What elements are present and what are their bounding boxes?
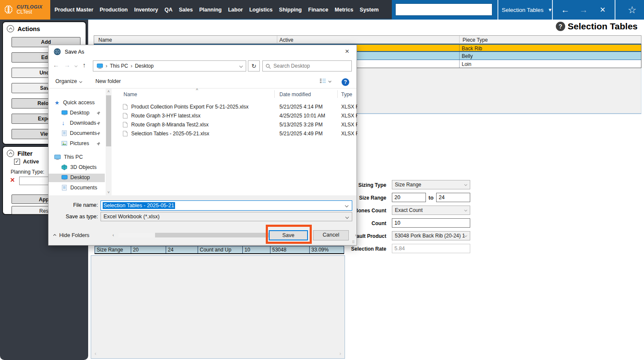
file-name-value[interactable]: Selection Tables - 2025-05-21 <box>103 202 175 209</box>
scroll-right-arrow[interactable]: › <box>355 232 356 237</box>
new-folder-label: New folder <box>95 78 121 84</box>
nav-item-downloads[interactable]: ↓ Downloads <box>49 194 105 195</box>
view-mode-button[interactable] <box>319 78 331 83</box>
global-search-input[interactable] <box>395 3 492 16</box>
default-product-select[interactable]: 53048 Pork Back Rib (20-24) 1 <box>392 231 470 240</box>
size-range-from-input[interactable] <box>392 193 426 202</box>
bones-count-select[interactable]: Exact Count <box>392 206 470 215</box>
selection-rate-input[interactable] <box>392 244 470 253</box>
scroll-up-arrow[interactable]: ˄ <box>106 89 112 94</box>
breadcrumb-separator: › <box>131 63 132 69</box>
breadcrumb-this-pc[interactable]: This PC <box>110 63 128 69</box>
nav-pane-scrollbar[interactable]: ˄ ˅ <box>106 89 112 195</box>
close-page-button[interactable]: × <box>595 0 610 20</box>
new-folder-button[interactable]: New folder <box>95 78 121 84</box>
refresh-button[interactable]: ↻ <box>248 60 260 71</box>
menu-item-system[interactable]: System <box>360 7 379 13</box>
menu-item-logistics[interactable]: Logistics <box>249 7 273 13</box>
quick-access-icon: ★ <box>55 100 60 106</box>
nav-item-documents[interactable]: Documents <box>49 184 105 192</box>
collapse-circle-icon[interactable] <box>7 150 14 157</box>
save-as-type-combo[interactable]: Excel Workbook (*.xlsx) <box>101 212 352 221</box>
nav-up-icon[interactable]: ↑ <box>83 61 86 69</box>
dialog-close-button[interactable]: × <box>342 47 352 56</box>
scrollbar-thumb[interactable] <box>106 95 111 146</box>
nav-item-pictures[interactable]: Pictures <box>49 140 105 148</box>
scroll-down-arrow[interactable]: ˅ <box>106 190 112 194</box>
clear-filter-icon[interactable]: × <box>10 176 15 185</box>
list-view-icon <box>319 78 326 83</box>
this-pc-icon <box>54 154 61 160</box>
menu-item-production[interactable]: Production <box>100 7 128 13</box>
search-icon <box>265 63 271 69</box>
file-row[interactable]: Route Graph 8-Miranda Test2.xlsx 5/13/20… <box>112 121 357 129</box>
menu-item-planning[interactable]: Planning <box>199 7 222 13</box>
file-column-name[interactable]: Name <box>124 91 137 97</box>
nav-item-label: Documents <box>70 185 97 191</box>
menu-item-metrics[interactable]: Metrics <box>335 7 354 13</box>
nav-item-documents[interactable]: Documents <box>49 129 105 138</box>
menu-item-finance[interactable]: Finance <box>308 7 328 13</box>
collapse-circle-icon[interactable] <box>7 25 14 32</box>
file-list: ^ Name Date modified Type Product Collec… <box>112 89 357 195</box>
nav-item-desktop[interactable]: Desktop <box>49 109 105 117</box>
column-header-piece-type[interactable]: Piece Type <box>463 37 488 43</box>
organize-menu-button[interactable]: Organize <box>55 78 82 84</box>
column-header-active[interactable]: Active <box>279 37 293 43</box>
size-range-to-input[interactable] <box>436 193 470 202</box>
size-range-detail-row[interactable]: Size Range 20 24 Count and Up 10 53048 3… <box>95 246 344 254</box>
cancel-button[interactable]: Cancel <box>313 230 349 240</box>
page-help-icon[interactable]: ? <box>556 22 565 31</box>
dialog-help-button[interactable]: ? <box>342 78 349 86</box>
divider <box>459 45 460 51</box>
nav-item-label: Downloads <box>70 194 97 195</box>
nav-item-3d-objects[interactable]: 3D Objects <box>49 163 105 172</box>
favorite-star-button[interactable]: ☆ <box>622 0 642 20</box>
nav-quick-access[interactable]: ★ Quick access <box>49 99 105 107</box>
page-selector-dropdown[interactable]: Selection Tables ▼ <box>502 0 552 20</box>
divider <box>337 90 338 98</box>
scroll-right-arrow[interactable]: › <box>339 350 341 357</box>
resize-grip[interactable]: ⠿ <box>352 240 355 244</box>
dialog-search-box[interactable] <box>262 60 352 71</box>
back-button[interactable]: ← <box>558 0 572 20</box>
active-checkbox-label: Active <box>23 159 39 165</box>
file-row[interactable]: Route Graph 3-HYF latest.xlsx 4/25/2025 … <box>112 112 357 120</box>
menu-item-product-master[interactable]: Product Master <box>55 7 93 13</box>
file-name: Route Graph 8-Miranda Test2.xlsx <box>131 122 209 128</box>
address-dropdown-chevron-icon[interactable] <box>239 64 243 68</box>
breadcrumb-desktop[interactable]: Desktop <box>135 63 154 69</box>
nav-this-pc[interactable]: This PC <box>49 153 105 162</box>
file-column-type[interactable]: Type <box>341 91 352 97</box>
address-breadcrumb[interactable]: › This PC › Desktop <box>93 60 246 71</box>
hide-folders-button[interactable]: Hide Folders <box>54 232 89 238</box>
nav-back-icon[interactable]: ← <box>53 61 59 69</box>
dialog-search-input[interactable] <box>273 63 342 69</box>
menu-item-qa[interactable]: QA <box>164 7 172 13</box>
scroll-left-arrow[interactable]: ‹ <box>112 232 114 237</box>
menu-item-inventory[interactable]: Inventory <box>134 7 158 13</box>
divider <box>277 36 277 44</box>
file-icon <box>123 131 128 137</box>
page-selector-label: Selection Tables <box>502 7 543 13</box>
column-header-name[interactable]: Name <box>98 37 112 43</box>
file-type: XLSX File <box>341 131 357 137</box>
selection-rate-label: Selection Rate <box>351 246 386 252</box>
file-row[interactable]: Selection Tables - 2025-05-21.xlsx 5/21/… <box>112 130 357 138</box>
nav-item-downloads[interactable]: ↓ Downloads <box>49 119 105 128</box>
chevron-down-icon[interactable] <box>345 204 348 207</box>
file-row[interactable]: Product Collection Points Export For 5-2… <box>112 103 357 111</box>
nav-forward-icon[interactable]: → <box>64 61 70 69</box>
sizing-type-select[interactable]: Size Range <box>392 180 470 189</box>
nav-item-desktop-selected[interactable]: Desktop <box>49 174 105 182</box>
scroll-left-arrow[interactable]: ‹ <box>95 350 96 357</box>
menu-item-sales[interactable]: Sales <box>179 7 193 13</box>
count-input[interactable] <box>392 218 470 228</box>
file-name: Route Graph 3-HYF latest.xlsx <box>131 113 201 119</box>
forward-button[interactable]: → <box>576 0 591 20</box>
menu-item-labor[interactable]: Labor <box>228 7 243 13</box>
file-column-date-modified[interactable]: Date modified <box>279 91 311 97</box>
menu-item-shipping[interactable]: Shipping <box>279 7 302 13</box>
active-checkbox[interactable]: ✓ <box>14 159 20 165</box>
file-name-combo[interactable]: Selection Tables - 2025-05-21 <box>101 200 352 211</box>
